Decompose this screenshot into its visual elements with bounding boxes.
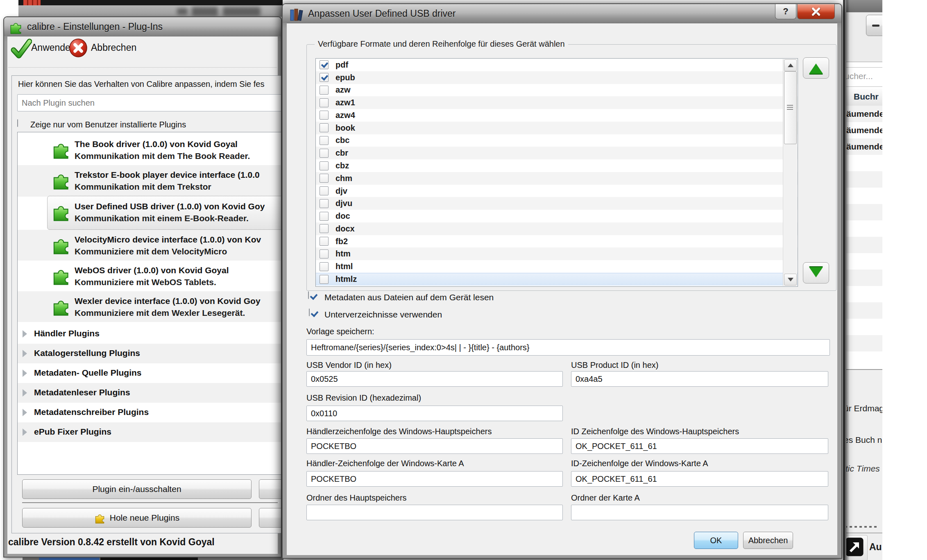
format-checkbox[interactable] xyxy=(320,86,329,95)
format-list-scrollbar[interactable] xyxy=(783,59,797,286)
format-row[interactable]: azw4 xyxy=(316,109,798,122)
tree-expand-icon[interactable] xyxy=(23,350,27,357)
field-input[interactable] xyxy=(571,471,828,487)
format-checkbox[interactable] xyxy=(320,224,329,233)
toggle-plugin-button[interactable]: Plugin ein-/ausschalten xyxy=(22,479,252,499)
tree-expand-icon[interactable] xyxy=(23,389,27,397)
use-subdirs-checkbox[interactable] xyxy=(309,308,310,316)
close-button[interactable] xyxy=(797,4,835,19)
field-input[interactable] xyxy=(306,471,563,487)
format-row[interactable]: book xyxy=(316,122,798,134)
tree-expand-icon[interactable] xyxy=(23,409,27,416)
blurred-title-fragment xyxy=(177,8,188,15)
format-label: htm xyxy=(335,249,351,258)
format-row[interactable]: epub xyxy=(316,71,798,84)
field-input[interactable] xyxy=(306,371,563,387)
format-row[interactable]: htmlz xyxy=(316,273,798,286)
field-input[interactable] xyxy=(571,371,828,387)
format-row[interactable]: cbc xyxy=(316,134,798,147)
help-button[interactable]: ? xyxy=(775,4,796,19)
tree-expand-icon[interactable] xyxy=(23,429,27,436)
move-format-down-button[interactable] xyxy=(803,262,829,283)
tiny-text-fragment xyxy=(845,526,879,528)
format-row[interactable]: html xyxy=(316,260,798,273)
plugin-icon xyxy=(52,140,71,161)
format-checkbox[interactable] xyxy=(320,111,329,120)
format-checkbox[interactable] xyxy=(320,161,329,170)
format-row[interactable]: chm xyxy=(316,172,798,185)
format-label: chm xyxy=(335,174,352,183)
format-row[interactable]: doc xyxy=(316,210,798,222)
format-checkbox[interactable] xyxy=(320,212,329,221)
read-metadata-checkbox[interactable] xyxy=(308,291,309,299)
plugin-title: Trekstor E-book player device interface … xyxy=(75,170,260,180)
thumb-grip xyxy=(787,105,793,111)
dialog-cancel-button[interactable]: Abbrechen xyxy=(743,532,793,549)
background-red-fragment xyxy=(23,0,41,5)
blurred-title-fragment xyxy=(192,7,218,16)
plugin-icon xyxy=(9,20,23,36)
format-checkbox[interactable] xyxy=(320,199,329,208)
plugin-description: Kommuniziere mit dem VelocityMicro xyxy=(75,247,227,256)
get-plugins-button[interactable]: Hole neue Plugins xyxy=(22,508,252,528)
hidden-button-fragment[interactable] xyxy=(259,508,282,528)
format-checkbox[interactable] xyxy=(320,73,329,82)
format-checkbox[interactable] xyxy=(320,186,329,195)
get-plugins-label: Hole neue Plugins xyxy=(110,513,179,523)
scroll-down-button[interactable] xyxy=(784,274,797,286)
blurred-title-fragment xyxy=(223,7,261,16)
formats-group-label: Verfügbare Formate und deren Reihenfolge… xyxy=(315,39,568,49)
tree-expand-icon[interactable] xyxy=(23,330,27,338)
format-row[interactable]: cbz xyxy=(316,159,798,172)
plugin-icon xyxy=(52,170,71,191)
field-input[interactable] xyxy=(571,505,828,520)
format-checkbox[interactable] xyxy=(320,249,329,258)
tree-expand-icon[interactable] xyxy=(23,370,27,377)
background-window-strip xyxy=(18,0,283,6)
format-checkbox[interactable] xyxy=(320,237,329,246)
field-label: Ordner des Hauptspeichers xyxy=(306,493,407,503)
format-checkbox[interactable] xyxy=(320,174,329,183)
scroll-up-button[interactable] xyxy=(784,59,797,71)
selected-plugin-panel[interactable] xyxy=(47,196,282,230)
format-row[interactable]: azw1 xyxy=(316,96,798,109)
field-label: USB Vendor ID (in hex) xyxy=(306,360,392,370)
format-row[interactable]: djvu xyxy=(316,197,798,210)
cancel-button[interactable]: Abbrechen xyxy=(91,42,136,53)
toolbar-button-fragment[interactable] xyxy=(866,15,882,36)
plugin-title: VelocityMicro device interface (1.0.0) v… xyxy=(75,235,261,245)
move-format-up-button[interactable] xyxy=(803,57,829,79)
format-checkbox[interactable] xyxy=(320,149,329,158)
format-row[interactable]: djv xyxy=(316,185,798,197)
format-row[interactable]: htm xyxy=(316,247,798,260)
hidden-button-fragment[interactable] xyxy=(259,479,282,499)
plugin-category-label: Metadatenschreiber Plugins xyxy=(34,407,149,417)
ok-button[interactable]: OK xyxy=(694,532,738,549)
format-row[interactable]: fb2 xyxy=(316,235,798,248)
field-input[interactable] xyxy=(306,438,563,454)
format-checkbox[interactable] xyxy=(320,98,329,107)
format-list[interactable]: pdfepubazwazw1azw4bookcbccbrcbzchmdjvdjv… xyxy=(315,58,798,287)
field-input[interactable] xyxy=(306,505,563,520)
format-row[interactable]: azw xyxy=(316,84,798,97)
format-checkbox[interactable] xyxy=(320,136,329,145)
field-input[interactable] xyxy=(571,438,828,454)
format-checkbox[interactable] xyxy=(320,262,329,271)
scrollbar-thumb[interactable] xyxy=(784,71,797,144)
screen: ucher... Buchr räumenderäumenderäumende … xyxy=(0,0,927,560)
format-checkbox[interactable] xyxy=(320,275,329,284)
format-checkbox[interactable] xyxy=(320,60,329,69)
plugin-list[interactable]: The Book driver (1.0.0) von Kovid GoyalK… xyxy=(17,132,282,475)
plugin-description: Kommuniziere mit WebOS Tablets. xyxy=(75,277,216,287)
format-row[interactable]: pdf xyxy=(316,59,798,71)
plugin-search-input[interactable] xyxy=(17,94,282,111)
format-label: docx xyxy=(335,224,355,234)
field-label: ID-Zeichenfolge der Windows-Karte A xyxy=(571,459,708,468)
format-row[interactable]: docx xyxy=(316,222,798,235)
format-checkbox[interactable] xyxy=(320,123,329,132)
only-user-plugins-checkbox[interactable] xyxy=(17,119,18,127)
save-template-label: Vorlage speichern: xyxy=(306,327,374,336)
format-row[interactable]: cbr xyxy=(316,147,798,159)
field-input[interactable] xyxy=(306,406,563,421)
save-template-input[interactable] xyxy=(306,339,830,356)
